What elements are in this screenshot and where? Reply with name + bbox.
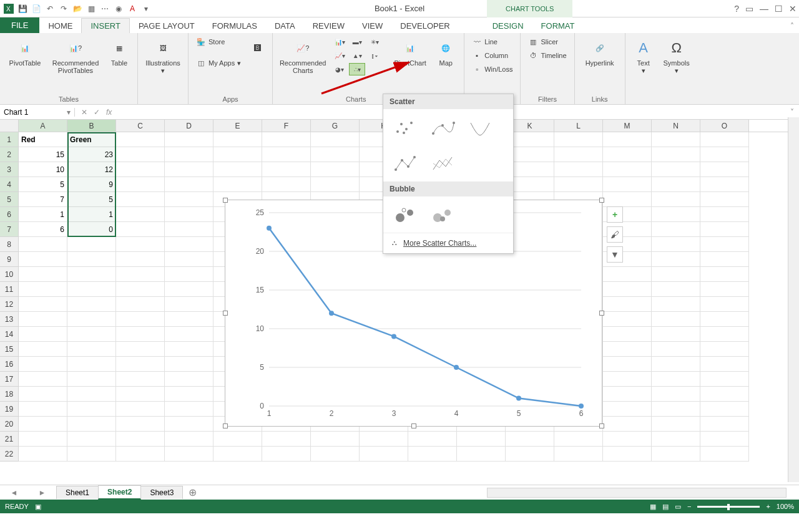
sparkline-winloss-button[interactable]: ▫Win/Loss: [469, 63, 515, 75]
cell[interactable]: [19, 267, 67, 282]
cell[interactable]: [67, 267, 116, 282]
scatter-straight-lines-markers-icon[interactable]: [390, 152, 421, 175]
cell[interactable]: [603, 132, 652, 147]
illustrations-button[interactable]: 🖼Illustrations▾: [143, 36, 183, 75]
col-header[interactable]: E: [213, 120, 262, 132]
cell[interactable]: [116, 162, 165, 177]
expand-formula-bar-icon[interactable]: ˅: [785, 108, 799, 117]
cell[interactable]: [603, 357, 652, 372]
cell[interactable]: 10: [19, 162, 67, 177]
zoom-in-icon[interactable]: +: [766, 503, 770, 510]
cell[interactable]: [67, 282, 116, 297]
cell[interactable]: [603, 447, 652, 462]
cell[interactable]: [700, 252, 749, 267]
file-tab[interactable]: FILE: [0, 17, 39, 33]
stock-chart-icon[interactable]: ⫿▾: [366, 49, 383, 62]
cell[interactable]: [603, 162, 652, 177]
cell[interactable]: [165, 237, 213, 252]
cell[interactable]: 15: [19, 147, 67, 162]
cell[interactable]: [311, 432, 360, 447]
cell[interactable]: [700, 297, 749, 312]
cell[interactable]: [652, 162, 700, 177]
cell[interactable]: [116, 297, 165, 312]
row-header[interactable]: 11: [0, 282, 19, 297]
sparkline-line-button[interactable]: 〰Line: [469, 36, 515, 48]
cell[interactable]: [360, 447, 408, 462]
tab-page-layout[interactable]: PAGE LAYOUT: [130, 19, 203, 33]
cell[interactable]: [603, 312, 652, 327]
tab-data[interactable]: DATA: [266, 19, 304, 33]
cell[interactable]: 6: [19, 222, 67, 237]
cell[interactable]: [19, 447, 67, 462]
vertical-scrollbar[interactable]: [788, 117, 799, 482]
cell[interactable]: [165, 222, 213, 237]
tab-view[interactable]: VIEW: [353, 19, 391, 33]
cell[interactable]: [165, 417, 213, 432]
col-header[interactable]: B: [67, 120, 116, 132]
cell[interactable]: [19, 297, 67, 312]
cell[interactable]: 5: [19, 177, 67, 192]
zoom-out-icon[interactable]: −: [687, 503, 691, 510]
pie-chart-icon[interactable]: ◕▾: [331, 63, 348, 75]
cell[interactable]: [554, 162, 603, 177]
new-icon[interactable]: 📄: [30, 2, 42, 15]
resize-handle[interactable]: [411, 423, 416, 428]
cell[interactable]: [700, 372, 749, 387]
hyperlink-button[interactable]: 🔗Hyperlink: [580, 36, 620, 67]
area-chart-icon[interactable]: ▲▾: [349, 49, 365, 62]
cell[interactable]: [311, 162, 360, 177]
font-color-icon[interactable]: A: [126, 2, 139, 15]
cell[interactable]: [603, 267, 652, 282]
cell[interactable]: 7: [19, 192, 67, 207]
radar-chart-icon[interactable]: ✳▾: [366, 36, 383, 48]
bubble-chart-icon[interactable]: [390, 203, 421, 226]
row-header[interactable]: 12: [0, 297, 19, 312]
maximize-icon[interactable]: ☐: [775, 4, 783, 14]
cell[interactable]: 1: [67, 207, 116, 222]
tab-developer[interactable]: DEVELOPER: [391, 19, 458, 33]
cell[interactable]: [603, 192, 652, 207]
table-button[interactable]: ▦Table: [106, 36, 132, 67]
cell[interactable]: [165, 177, 213, 192]
resize-handle[interactable]: [599, 198, 604, 203]
col-header[interactable]: F: [262, 120, 311, 132]
cell[interactable]: [700, 387, 749, 402]
collapse-ribbon-icon[interactable]: ˄: [790, 22, 794, 31]
recommended-pivottables-button[interactable]: 📊?Recommended PivotTables: [49, 36, 102, 74]
bubble-3d-icon[interactable]: [427, 203, 458, 226]
row-header[interactable]: 5: [0, 192, 19, 207]
cell[interactable]: [652, 417, 700, 432]
cell[interactable]: [311, 177, 360, 192]
cell[interactable]: [554, 432, 603, 447]
cell[interactable]: [700, 177, 749, 192]
cell[interactable]: [408, 432, 457, 447]
recommended-charts-button[interactable]: 📈?Recommended Charts: [278, 36, 328, 74]
cell[interactable]: [67, 447, 116, 462]
scatter-straight-lines-icon[interactable]: [427, 152, 458, 175]
new-sheet-button[interactable]: ⊕: [182, 486, 203, 498]
cell[interactable]: [603, 402, 652, 417]
qat-item-icon[interactable]: ▦: [85, 2, 97, 15]
cell[interactable]: [116, 222, 165, 237]
name-box[interactable]: Chart 1▾: [0, 108, 75, 117]
cell[interactable]: [116, 252, 165, 267]
cell[interactable]: [652, 447, 700, 462]
cell[interactable]: [116, 177, 165, 192]
cell[interactable]: [116, 207, 165, 222]
row-header[interactable]: 8: [0, 237, 19, 252]
cell[interactable]: [165, 252, 213, 267]
cell[interactable]: [213, 432, 262, 447]
cell[interactable]: [700, 402, 749, 417]
qat-item-icon[interactable]: ◉: [112, 2, 125, 15]
zoom-slider[interactable]: [697, 506, 760, 508]
cell[interactable]: [262, 147, 311, 162]
tab-insert[interactable]: INSERT: [81, 18, 129, 33]
cell[interactable]: [165, 282, 213, 297]
cell[interactable]: [652, 252, 700, 267]
cell[interactable]: [457, 432, 506, 447]
cell[interactable]: [165, 447, 213, 462]
symbols-button[interactable]: ΩSymbols▾: [660, 36, 693, 75]
cell[interactable]: [67, 327, 116, 342]
cell[interactable]: [213, 162, 262, 177]
cell[interactable]: [506, 447, 554, 462]
